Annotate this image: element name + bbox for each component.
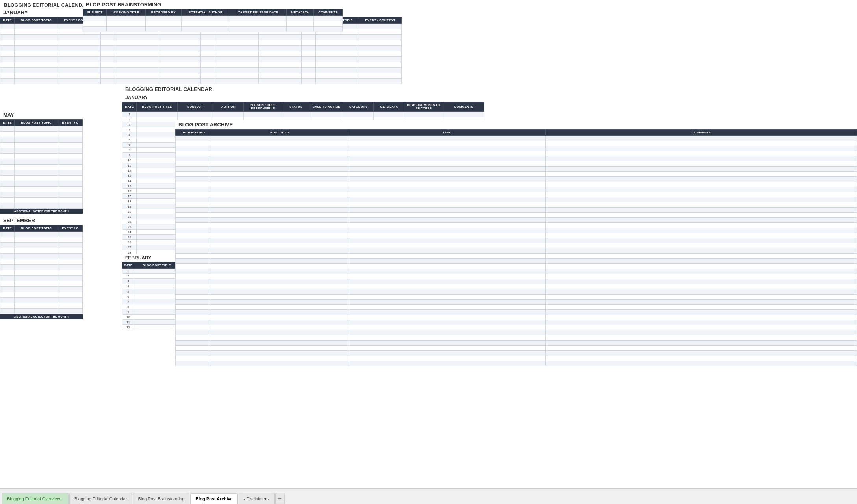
archive-row	[176, 151, 857, 156]
table-row	[0, 287, 83, 292]
table-row	[201, 79, 301, 84]
ed-h-subject: SUBJECT	[177, 102, 213, 112]
archive-row	[176, 172, 857, 177]
archive-row	[176, 300, 857, 305]
table-row	[302, 40, 402, 46]
table-row	[0, 254, 83, 259]
tab-brainstorming[interactable]: Blog Post Brainstorming	[133, 493, 189, 504]
table-row	[101, 62, 201, 68]
table-row	[101, 57, 201, 62]
may-h-topic: BLOG POST TOPIC	[15, 120, 58, 126]
table-row	[101, 35, 201, 40]
archive-row	[176, 223, 857, 228]
table-row	[0, 40, 100, 46]
table-row	[0, 154, 83, 159]
table-row	[0, 73, 100, 79]
feb-row: 3	[122, 279, 179, 284]
archive-row	[176, 213, 857, 218]
table-row	[0, 137, 83, 143]
archive-row	[176, 320, 857, 325]
table-row	[101, 40, 201, 46]
archive-row	[176, 279, 857, 284]
archive-row	[176, 254, 857, 259]
table-row	[0, 303, 83, 309]
table-row	[201, 68, 301, 73]
archive-row	[176, 351, 857, 356]
table-row	[302, 79, 402, 84]
table-row	[201, 35, 301, 40]
apr-h-event: EVENT / CONTENT	[359, 17, 402, 24]
brainstorm-section: BLOG POST BRAINSTORMING SUBJECT WORKING …	[83, 0, 343, 32]
archive-row	[176, 141, 857, 146]
table-row	[0, 57, 100, 62]
ed-h-author: AUTHOR	[213, 102, 244, 112]
archive-row	[176, 233, 857, 238]
table-row	[302, 62, 402, 68]
sep-h-date: DATE	[0, 225, 15, 232]
feb-row: 11	[122, 320, 179, 325]
archive-row	[176, 136, 857, 141]
table-row	[101, 68, 201, 73]
table-row	[0, 143, 83, 148]
archive-row	[176, 248, 857, 254]
bs-h-potential: POTENTIAL AUTHOR	[181, 9, 230, 16]
sep-additional-notes: ADDITIONAL NOTES FOR THE MONTH	[0, 314, 83, 319]
table-row	[101, 73, 201, 79]
bs-h-subject: SUBJECT	[83, 9, 107, 16]
table-row	[0, 46, 100, 51]
may-section: MAY DATE BLOG POST TOPIC EVENT / C	[0, 110, 83, 214]
table-row	[0, 270, 83, 276]
brainstorm-title: BLOG POST BRAINSTORMING	[83, 0, 343, 9]
table-row	[0, 292, 83, 298]
archive-row	[176, 264, 857, 269]
table-row	[0, 159, 83, 165]
editorial-row: 1	[122, 112, 484, 117]
tab-editorial-calendar[interactable]: Blogging Editorial Calendar	[69, 493, 132, 504]
feb-row: 10	[122, 315, 179, 320]
table-row	[0, 203, 83, 209]
archive-row	[176, 295, 857, 300]
archive-row	[176, 289, 857, 295]
jan-h-date: DATE	[0, 17, 15, 24]
feb-row: 9	[122, 309, 179, 315]
table-row	[0, 68, 100, 73]
ed-h-success: MEASUREMENTS OF SUCCESS	[404, 102, 443, 112]
feb-e-h-title: BLOG POST TITLE	[134, 262, 179, 269]
table-row	[0, 198, 83, 203]
archive-row	[176, 243, 857, 248]
table-row	[0, 170, 83, 176]
table-row	[0, 298, 83, 303]
archive-row	[176, 187, 857, 192]
table-row	[201, 62, 301, 68]
table-row	[0, 243, 83, 248]
archive-row	[176, 161, 857, 167]
table-row	[0, 237, 83, 243]
bs-h-working: WORKING TITLE	[107, 9, 146, 16]
tab-overview[interactable]: Blogging Editorial Overview...	[2, 493, 69, 504]
table-row	[0, 232, 83, 237]
tab-add-button[interactable]: +	[275, 493, 285, 504]
table-row	[0, 126, 83, 132]
ed-h-metadata: METADATA	[374, 102, 404, 112]
tab-disclaimer[interactable]: - Disclaimer -	[239, 493, 275, 504]
tab-post-archive[interactable]: Blog Post Archive	[190, 493, 237, 504]
archive-row	[176, 259, 857, 264]
feb-editorial-table: DATE BLOG POST TITLE 123456789101112	[122, 262, 179, 330]
ed-h-status: STATUS	[282, 102, 310, 112]
ed-h-cta: CALL TO ACTION	[310, 102, 343, 112]
bs-h-proposed: PROPOSED BY	[145, 9, 181, 16]
table-row	[201, 51, 301, 57]
feb-e-h-date: DATE	[122, 262, 134, 269]
ed-h-category: CATEGORY	[343, 102, 374, 112]
table-row	[0, 132, 83, 137]
table-row	[83, 16, 343, 21]
arch-h-title: POST TITLE	[211, 130, 349, 136]
archive-row	[176, 238, 857, 243]
table-row	[0, 79, 100, 84]
archive-row	[176, 335, 857, 341]
table-row	[0, 259, 83, 265]
may-h-event: EVENT / C	[58, 120, 82, 126]
bs-h-metadata: METADATA	[287, 9, 313, 16]
table-row	[101, 51, 201, 57]
feb-row: 12	[122, 325, 179, 330]
